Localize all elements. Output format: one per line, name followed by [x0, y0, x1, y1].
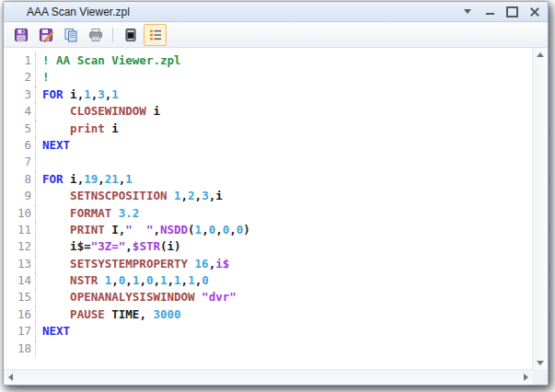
code-line[interactable]: 10 FORMAT 3.2: [4, 205, 533, 222]
save-as-button[interactable]: [34, 24, 57, 46]
menu-dropdown-icon[interactable]: [461, 6, 474, 18]
scroll-right-icon[interactable]: [524, 374, 528, 381]
code-line[interactable]: 15 OPENANALYSISWINDOW "dvr": [4, 289, 533, 306]
line-number: 4: [4, 103, 36, 120]
code-token: 16: [195, 257, 209, 271]
code-line[interactable]: 18: [4, 340, 533, 357]
scroll-up-icon[interactable]: [537, 52, 544, 57]
code-token: [42, 121, 70, 135]
line-number: 12: [4, 238, 36, 255]
vertical-scrollbar[interactable]: [532, 48, 548, 370]
code-token: PAUSE: [70, 307, 105, 321]
code-token: " ": [125, 223, 153, 236]
code-text: ! AA Scan Viewer.zpl: [36, 52, 181, 69]
code-token: [111, 206, 119, 220]
code-token: ,: [153, 273, 160, 287]
code-token: [42, 206, 70, 220]
code-text: PRINT I," ",NSDD(1,0,0,0): [36, 222, 250, 238]
code-line[interactable]: 1! AA Scan Viewer.zpl: [4, 52, 533, 69]
code-token: 1: [188, 273, 195, 287]
save-button[interactable]: [9, 24, 32, 46]
minimize-button[interactable]: [483, 6, 496, 18]
code-token: [167, 189, 174, 202]
code-token: print: [70, 121, 105, 135]
code-token: 3: [202, 189, 209, 202]
code-token: ,: [139, 273, 146, 287]
preview-button[interactable]: [119, 24, 142, 46]
line-number: 15: [4, 289, 36, 306]
code-line[interactable]: 13 SETSYSTEMPROPERTY 16,i$: [4, 256, 533, 272]
code-token: ,: [181, 273, 189, 287]
line-number: 18: [4, 340, 36, 357]
code-token: 1: [84, 87, 91, 101]
code-line[interactable]: 12 i$="3Z=",$STR(i): [4, 238, 533, 255]
code-text: FOR i,19,21,1: [36, 171, 133, 188]
code-line[interactable]: 7: [4, 154, 533, 170]
code-token: [42, 223, 70, 236]
code-token: [42, 239, 70, 253]
code-text: i$="3Z=",$STR(i): [36, 238, 181, 255]
code-area[interactable]: 1! AA Scan Viewer.zpl2!3FOR i,1,3,14 CLO…: [4, 48, 533, 370]
code-text: FOR i,1,3,1: [36, 86, 119, 103]
code-line[interactable]: 2!: [4, 69, 533, 86]
code-line[interactable]: 11 PRINT I," ",NSDD(1,0,0,0): [4, 222, 533, 238]
code-token: 1: [111, 87, 119, 101]
horizontal-scrollbar[interactable]: [4, 369, 533, 385]
code-line[interactable]: 8FOR i,19,21,1: [4, 171, 533, 188]
code-line[interactable]: 3FOR i,1,3,1: [4, 86, 533, 103]
code-line[interactable]: 17NEXT: [4, 323, 533, 340]
code-token: SETNSCPOSITION: [70, 189, 167, 202]
code-token: ): [243, 223, 250, 236]
copy-icon: [64, 28, 78, 42]
code-token: ,i: [209, 189, 223, 202]
copy-button[interactable]: [59, 24, 82, 46]
code-token: OPENANALYSISWINDOW: [70, 290, 194, 304]
code-token: NSTR: [70, 273, 98, 287]
line-number: 3: [4, 86, 36, 103]
code-token: ,: [153, 223, 160, 236]
code-token: i,: [64, 172, 85, 186]
code-token: PRINT: [70, 223, 105, 236]
code-token: ,: [229, 223, 237, 236]
code-text: NSTR 1,0,1,0,1,1,1,0: [36, 272, 209, 289]
editor: 1! AA Scan Viewer.zpl2!3FOR i,1,3,14 CLO…: [4, 48, 548, 385]
app-window: AAA Scan Viewer.zpl: [3, 1, 549, 386]
code-token: ,: [98, 172, 105, 186]
code-token: (: [188, 223, 195, 236]
close-button[interactable]: [527, 6, 540, 18]
scroll-left-icon[interactable]: [8, 374, 13, 381]
code-line[interactable]: 4 CLOSEWINDOW i: [4, 103, 533, 120]
code-line[interactable]: 5 print i: [4, 121, 533, 137]
window-controls: [461, 6, 540, 18]
code-token: TIME,: [105, 307, 154, 321]
scroll-down-icon[interactable]: [537, 361, 544, 365]
code-token: [42, 273, 70, 287]
line-number: 5: [4, 121, 36, 137]
line-numbers-toggle[interactable]: [144, 24, 167, 46]
code-token: (i): [160, 239, 181, 253]
code-text: SETNSCPOSITION 1,2,3,i: [36, 188, 223, 204]
line-number: 7: [4, 154, 36, 170]
code-line[interactable]: 6NEXT: [4, 137, 533, 154]
code-token: ,: [195, 189, 202, 202]
line-numbers-icon: [148, 28, 163, 42]
print-button[interactable]: [84, 24, 107, 46]
code-token: "dvr": [202, 290, 237, 304]
maximize-button[interactable]: [505, 6, 518, 18]
code-token: [42, 257, 70, 271]
code-text: [36, 340, 42, 357]
code-line[interactable]: 16 PAUSE TIME, 3000: [4, 306, 533, 323]
line-number: 10: [4, 205, 36, 222]
code-token: ! AA Scan Viewer.zpl: [42, 53, 181, 67]
line-number: 8: [4, 171, 36, 188]
code-line[interactable]: 9 SETNSCPOSITION 1,2,3,i: [4, 188, 533, 204]
code-token: 3.2: [119, 206, 140, 220]
code-token: NEXT: [42, 324, 70, 338]
code-line[interactable]: 14 NSTR 1,0,1,0,1,1,1,0: [4, 272, 533, 289]
code-token: 21: [105, 172, 119, 186]
line-number: 6: [4, 137, 36, 154]
title-bar[interactable]: AAA Scan Viewer.zpl: [4, 2, 548, 22]
line-number: 11: [4, 222, 36, 238]
code-token: FOR: [42, 87, 64, 101]
code-text: SETSYSTEMPROPERTY 16,i$: [36, 256, 229, 272]
